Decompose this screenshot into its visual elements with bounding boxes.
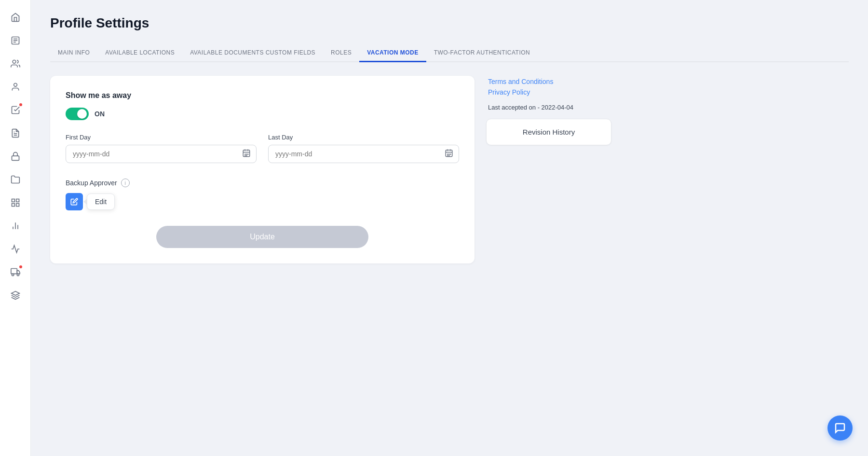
first-day-input-wrapper bbox=[66, 145, 257, 163]
show-away-label: Show me as away bbox=[66, 91, 459, 100]
edit-tooltip: Edit bbox=[87, 193, 115, 210]
links-section: Terms and Conditions Privacy Policy bbox=[486, 78, 611, 96]
svg-rect-35 bbox=[450, 154, 451, 155]
last-day-label: Last Day bbox=[268, 134, 459, 141]
tab-two-factor[interactable]: TWO-FACTOR AUTHENTICATION bbox=[426, 44, 538, 62]
svg-rect-16 bbox=[11, 269, 16, 274]
toggle-state-text: ON bbox=[95, 110, 105, 118]
svg-rect-28 bbox=[246, 155, 247, 156]
search-doc-icon bbox=[11, 128, 20, 138]
sidebar bbox=[0, 0, 31, 456]
edit-tooltip-text: Edit bbox=[95, 198, 107, 206]
backup-approver-section: Backup Approver i Edit bbox=[66, 179, 459, 210]
sidebar-item-grid[interactable] bbox=[6, 193, 25, 212]
tab-available-documents[interactable]: AVAILABLE DOCUMENTS CUSTOM FIELDS bbox=[182, 44, 323, 62]
document-list-icon bbox=[11, 36, 20, 45]
sidebar-item-analytics[interactable] bbox=[6, 239, 25, 259]
sidebar-item-contacts[interactable] bbox=[6, 54, 25, 73]
privacy-policy-link[interactable]: Privacy Policy bbox=[488, 88, 611, 96]
chart-icon bbox=[11, 221, 20, 231]
svg-marker-19 bbox=[11, 291, 19, 295]
tab-roles[interactable]: ROLES bbox=[323, 44, 359, 62]
first-day-calendar-icon[interactable] bbox=[242, 149, 251, 159]
tab-main-info[interactable]: MAIN INFO bbox=[50, 44, 97, 62]
backup-label-row: Backup Approver i bbox=[66, 179, 459, 187]
sidebar-item-lock-doc[interactable] bbox=[6, 147, 25, 166]
analytics-icon bbox=[11, 244, 20, 254]
content-area: Show me as away ON First Day bbox=[50, 76, 849, 263]
revision-history-button[interactable]: Revision History bbox=[486, 119, 611, 145]
toggle-thumb bbox=[77, 109, 87, 119]
vacation-mode-card: Show me as away ON First Day bbox=[50, 76, 475, 263]
last-day-input[interactable] bbox=[268, 145, 459, 163]
svg-rect-37 bbox=[448, 155, 449, 156]
tab-available-locations[interactable]: AVAILABLE LOCATIONS bbox=[97, 44, 182, 62]
backup-info-icon[interactable]: i bbox=[121, 179, 130, 187]
toggle-track bbox=[66, 108, 89, 120]
svg-rect-26 bbox=[247, 154, 248, 155]
last-day-input-wrapper bbox=[268, 145, 459, 163]
last-day-field: Last Day bbox=[268, 134, 459, 163]
svg-rect-24 bbox=[244, 154, 245, 155]
svg-rect-11 bbox=[16, 204, 19, 207]
update-button[interactable]: Update bbox=[156, 226, 368, 248]
terms-conditions-link[interactable]: Terms and Conditions bbox=[488, 78, 611, 85]
date-row: First Day bbox=[66, 134, 459, 163]
edit-icon-button[interactable] bbox=[66, 193, 83, 210]
sidebar-item-chart[interactable] bbox=[6, 216, 25, 235]
sidebar-item-document-list[interactable] bbox=[6, 31, 25, 50]
grid-icon bbox=[11, 198, 20, 207]
sidebar-item-tasks[interactable] bbox=[6, 100, 25, 120]
first-day-label: First Day bbox=[66, 134, 257, 141]
vacation-toggle[interactable] bbox=[66, 108, 89, 120]
svg-rect-10 bbox=[16, 199, 19, 202]
svg-point-17 bbox=[12, 274, 14, 276]
tabs-container: MAIN INFO AVAILABLE LOCATIONS AVAILABLE … bbox=[50, 44, 849, 62]
right-panel: Terms and Conditions Privacy Policy Last… bbox=[486, 76, 611, 145]
user-icon bbox=[11, 82, 20, 92]
svg-point-18 bbox=[17, 274, 19, 276]
sidebar-item-delivery[interactable] bbox=[6, 263, 25, 282]
first-day-field: First Day bbox=[66, 134, 257, 163]
sidebar-item-search-doc[interactable] bbox=[6, 124, 25, 143]
tasks-icon bbox=[11, 105, 20, 115]
folder-icon bbox=[11, 175, 20, 184]
tasks-badge bbox=[18, 102, 23, 107]
tab-vacation-mode[interactable]: VACATION MODE bbox=[359, 44, 426, 62]
tooltip-arrow bbox=[84, 199, 87, 205]
svg-point-4 bbox=[13, 60, 16, 64]
svg-rect-8 bbox=[12, 156, 19, 160]
sidebar-item-home[interactable] bbox=[6, 8, 25, 27]
sidebar-item-layers[interactable] bbox=[6, 286, 25, 305]
backup-approver-label: Backup Approver bbox=[66, 179, 117, 187]
delivery-badge bbox=[18, 264, 23, 269]
lock-doc-icon bbox=[11, 152, 20, 161]
svg-rect-34 bbox=[448, 154, 449, 155]
svg-rect-25 bbox=[246, 154, 247, 155]
last-day-calendar-icon[interactable] bbox=[445, 149, 453, 159]
last-accepted-text: Last accepted on - 2022-04-04 bbox=[486, 104, 611, 111]
delivery-icon bbox=[11, 267, 20, 277]
svg-rect-33 bbox=[447, 154, 448, 155]
first-day-input[interactable] bbox=[66, 145, 257, 163]
svg-rect-9 bbox=[12, 199, 14, 202]
sidebar-item-user[interactable] bbox=[6, 77, 25, 97]
contacts-icon bbox=[11, 59, 20, 69]
svg-rect-27 bbox=[244, 155, 245, 156]
page-title: Profile Settings bbox=[50, 15, 849, 31]
svg-rect-36 bbox=[447, 155, 448, 156]
svg-rect-12 bbox=[12, 204, 14, 207]
edit-btn-container: Edit bbox=[66, 193, 83, 210]
layers-icon bbox=[11, 290, 20, 300]
chat-fab-button[interactable] bbox=[827, 415, 853, 441]
main-content: Profile Settings MAIN INFO AVAILABLE LOC… bbox=[31, 0, 868, 456]
home-icon bbox=[11, 13, 20, 22]
toggle-row: ON bbox=[66, 108, 459, 120]
svg-point-5 bbox=[14, 83, 17, 87]
sidebar-item-folder[interactable] bbox=[6, 170, 25, 189]
